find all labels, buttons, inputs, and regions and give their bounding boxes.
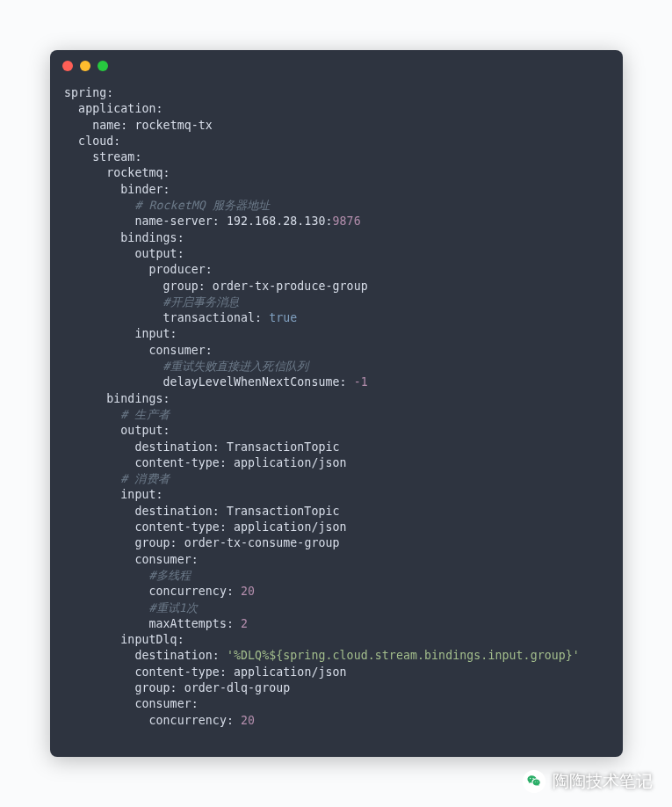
- comment: # RocketMQ 服务器地址: [134, 199, 270, 212]
- comment: # 生产者: [120, 408, 169, 421]
- key: inputDlq: [120, 633, 177, 646]
- key: group: [134, 681, 170, 694]
- code-window: spring: application: name: rocketmq-tx c…: [50, 50, 623, 757]
- key: consumer: [134, 697, 191, 710]
- wechat-icon: [523, 770, 546, 793]
- key: content-type: [134, 520, 219, 534]
- key: concurrency: [148, 714, 226, 727]
- value: application/json: [234, 456, 347, 469]
- key: destination: [134, 649, 212, 662]
- key: rocketmq: [106, 166, 163, 179]
- value: TransactionTopic: [227, 440, 340, 454]
- key: destination: [134, 505, 212, 518]
- key: content-type: [134, 456, 219, 469]
- close-icon[interactable]: [62, 61, 73, 71]
- value: TransactionTopic: [227, 505, 340, 518]
- watermark-text: 陶陶技术笔记: [553, 770, 653, 793]
- window-titlebar: [50, 50, 623, 82]
- key: application: [78, 102, 155, 115]
- key: output: [134, 247, 177, 260]
- key: spring: [64, 86, 106, 99]
- watermark: 陶陶技术笔记: [523, 770, 653, 793]
- value: 192.168.28.130:: [227, 214, 333, 228]
- value: application/json: [234, 665, 347, 679]
- key: stream: [92, 150, 134, 164]
- comment: #重试1次: [148, 601, 197, 614]
- key: name-server: [134, 214, 212, 228]
- key: bindings: [106, 392, 163, 405]
- value: order-tx-consume-group: [184, 536, 340, 549]
- value: '%DLQ%${spring.cloud.stream.bindings.inp…: [227, 649, 580, 662]
- key: cloud: [78, 134, 113, 148]
- key: binder: [120, 183, 163, 196]
- value: rocketmq-tx: [134, 119, 212, 132]
- value: order-tx-produce-group: [213, 280, 368, 293]
- key: concurrency: [148, 585, 226, 598]
- key: group: [134, 536, 170, 549]
- key: delayLevelWhenNextConsume: [163, 375, 340, 389]
- key: group: [163, 280, 199, 293]
- key: input: [134, 327, 170, 340]
- value: -1: [354, 375, 368, 389]
- value: 20: [241, 714, 255, 727]
- comment: #重试失败直接进入死信队列: [163, 360, 308, 373]
- key: maxAttempts: [148, 617, 226, 630]
- maximize-icon[interactable]: [98, 61, 108, 71]
- key: consumer: [134, 553, 191, 566]
- value: 9876: [333, 214, 361, 228]
- key: destination: [134, 440, 212, 454]
- value: application/json: [234, 520, 347, 534]
- key: producer: [148, 263, 205, 276]
- value: 2: [241, 617, 248, 630]
- yaml-code: spring: application: name: rocketmq-tx c…: [50, 82, 623, 746]
- key: transactional: [163, 311, 256, 324]
- value: order-dlq-group: [184, 681, 291, 694]
- key: bindings: [120, 231, 177, 244]
- key: consumer: [148, 344, 205, 357]
- comment: #开启事务消息: [163, 295, 240, 309]
- comment: # 消费者: [120, 472, 169, 485]
- comment: #多线程: [148, 569, 190, 582]
- value: true: [269, 311, 297, 324]
- key: content-type: [134, 665, 219, 679]
- key: input: [120, 488, 155, 501]
- minimize-icon[interactable]: [80, 61, 90, 71]
- key: output: [120, 424, 163, 437]
- value: 20: [241, 585, 255, 598]
- key: name: [92, 119, 120, 132]
